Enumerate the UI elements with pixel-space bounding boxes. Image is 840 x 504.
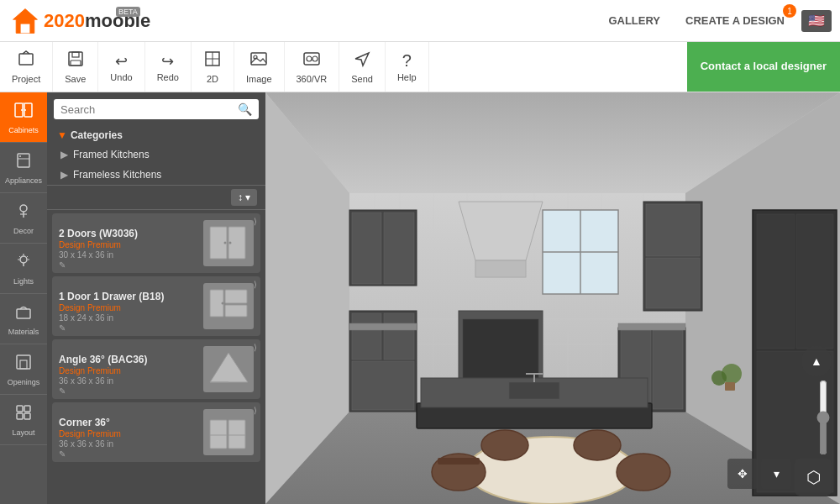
- project-icon: [17, 50, 35, 72]
- toolbar-save[interactable]: Save: [53, 42, 98, 92]
- svg-point-13: [312, 56, 318, 61]
- undo-label: Undo: [110, 72, 132, 82]
- item-size: 36 x 36 x 36 in: [59, 376, 197, 386]
- toolbar-project[interactable]: Project: [0, 42, 53, 92]
- svg-rect-78: [384, 313, 414, 360]
- svg-rect-81: [352, 213, 381, 284]
- sidebar-item-openings[interactable]: Openings: [0, 344, 47, 395]
- svg-point-12: [307, 56, 312, 61]
- item-preview: [203, 220, 254, 266]
- svg-rect-37: [17, 406, 23, 412]
- toolbar-help[interactable]: ? Help: [386, 42, 429, 92]
- decor-label: Decor: [13, 227, 34, 235]
- lights-icon: [14, 252, 33, 275]
- beta-badge: BETA: [116, 7, 140, 17]
- item-info: Corner 36° Design Premium 36 x 36 x 36 i…: [59, 417, 197, 449]
- item-name: 1 Door 1 Drawer (B18): [59, 291, 197, 302]
- chevron-down-icon: ▼: [57, 129, 67, 141]
- svg-point-43: [223, 241, 226, 244]
- svg-point-44: [228, 241, 231, 244]
- sidebar-item-appliances[interactable]: Appliances: [0, 143, 47, 193]
- nav-up-button[interactable]: ▲: [801, 346, 832, 376]
- create-link[interactable]: CREATE A DESIGN: [685, 14, 785, 27]
- svg-rect-77: [352, 313, 381, 360]
- svg-rect-89: [463, 319, 538, 378]
- list-item[interactable]: 1 Door 1 Drawer (B18) Design Premium 18 …: [52, 276, 260, 336]
- redo-label: Redo: [157, 72, 179, 82]
- svg-rect-52: [228, 420, 245, 449]
- svg-rect-36: [20, 360, 27, 369]
- sidebar-item-materials[interactable]: Materials: [0, 294, 47, 344]
- 360vr-icon: [302, 50, 321, 72]
- svg-rect-38: [24, 406, 30, 412]
- svg-rect-100: [757, 214, 795, 349]
- svg-rect-101: [796, 214, 833, 349]
- categories-header: ▼ Categories: [47, 126, 265, 144]
- toolbar: Project Save ↩ Undo ↪ Redo 2D Image 360/…: [0, 42, 840, 92]
- appliances-label: Appliances: [5, 176, 42, 185]
- toolbar-image[interactable]: Image: [234, 42, 285, 92]
- toolbar-360vr[interactable]: 360/VR: [285, 42, 340, 92]
- list-item[interactable]: Angle 36° (BAC36) Design Premium 36 x 36…: [52, 339, 260, 399]
- save-label: Save: [65, 74, 86, 84]
- category-frameless[interactable]: ▶ Frameless Kitchens: [47, 165, 265, 185]
- svg-point-48: [221, 302, 223, 304]
- send-icon: [353, 50, 371, 72]
- materials-label: Materials: [8, 328, 39, 336]
- sidebar: Cabinets Appliances Decor Lights Materia…: [0, 92, 47, 504]
- redo-icon: ↪: [161, 52, 174, 71]
- list-item[interactable]: Corner 36° Design Premium 36 x 36 x 36 i…: [52, 402, 260, 462]
- search-icon[interactable]: 🔍: [238, 102, 252, 116]
- svg-point-113: [574, 430, 621, 460]
- toolbar-send[interactable]: Send: [339, 42, 386, 92]
- item-edit-icon: ✎: [59, 260, 66, 270]
- item-edit-icon: ✎: [59, 386, 66, 396]
- svg-rect-51: [210, 420, 227, 449]
- 3d-cube-button[interactable]: ⬡: [795, 459, 832, 496]
- gallery-link[interactable]: GALLERY: [608, 14, 660, 27]
- item-size: 30 x 14 x 36 in: [59, 250, 197, 260]
- svg-line-33: [27, 256, 29, 258]
- sidebar-item-lights[interactable]: Lights: [0, 244, 47, 294]
- contact-button[interactable]: Contact a local designer: [687, 42, 840, 92]
- item-badge: Design Premium: [59, 366, 197, 375]
- 2d-label: 2D: [207, 74, 218, 84]
- nav-move-button[interactable]: ✥: [727, 459, 758, 489]
- main: Cabinets Appliances Decor Lights Materia…: [0, 92, 840, 504]
- svg-point-21: [19, 155, 21, 157]
- items-list: 2 Doors (W3036) Design Premium 30 x 14 x…: [47, 210, 265, 504]
- svg-rect-40: [24, 413, 30, 419]
- categories-label: Categories: [71, 129, 123, 141]
- sidebar-item-cabinets[interactable]: Cabinets: [0, 92, 47, 143]
- category-framed[interactable]: ▶ Framed Kitchens: [47, 144, 265, 165]
- zoom-slider[interactable]: [815, 380, 832, 455]
- svg-line-32: [19, 256, 21, 258]
- svg-rect-1: [21, 24, 30, 33]
- cabinets-icon: [13, 101, 34, 123]
- sidebar-item-decor[interactable]: Decor: [0, 193, 47, 244]
- 360vr-label: 360/VR: [297, 74, 328, 84]
- toolbar-2d[interactable]: 2D: [192, 42, 234, 92]
- toolbar-undo[interactable]: ↩ Undo: [98, 42, 144, 92]
- openings-icon: [14, 353, 33, 375]
- item-preview: [203, 346, 254, 392]
- lights-label: Lights: [13, 277, 34, 286]
- sort-button[interactable]: ↕ ▾: [231, 189, 257, 206]
- item-edit-icon: ✎: [59, 323, 66, 333]
- flag-button[interactable]: 🇺🇸: [801, 10, 832, 32]
- svg-rect-5: [71, 60, 81, 66]
- item-arrow-icon: ⟩: [254, 280, 257, 289]
- item-info: 1 Door 1 Drawer (B18) Design Premium 18 …: [59, 291, 197, 323]
- nav-down-button[interactable]: ▾: [761, 459, 791, 489]
- svg-point-112: [481, 430, 528, 460]
- sidebar-item-layout[interactable]: Layout: [0, 395, 47, 445]
- search-input[interactable]: [60, 103, 234, 116]
- canvas-area[interactable]: ▲ ✥ ▾ ⬡: [265, 92, 840, 504]
- toolbar-redo[interactable]: ↪ Redo: [145, 42, 192, 92]
- decor-icon: [14, 202, 33, 224]
- search-bar: 🔍: [54, 99, 259, 119]
- list-item[interactable]: 2 Doors (W3036) Design Premium 30 x 14 x…: [52, 213, 260, 273]
- item-edit-icon: ✎: [59, 449, 66, 459]
- svg-rect-93: [646, 258, 700, 308]
- layout-label: Layout: [12, 428, 34, 437]
